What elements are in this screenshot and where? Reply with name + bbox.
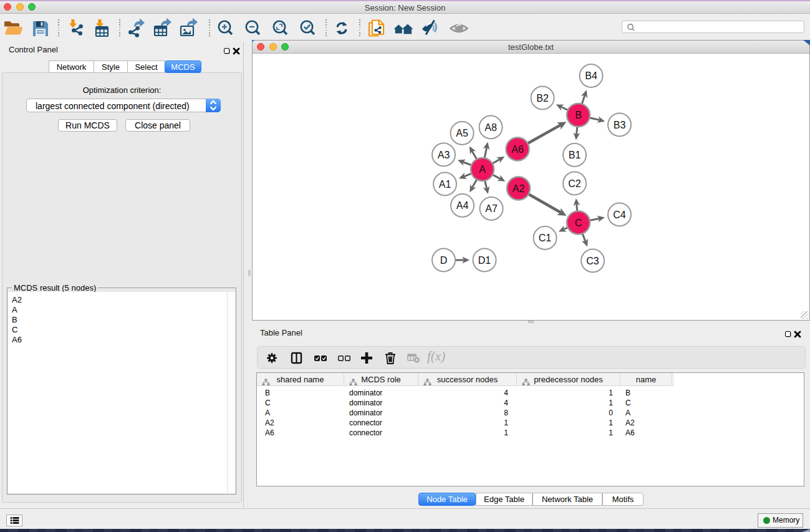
svg-text:A5: A5: [456, 128, 468, 138]
svg-text:A: A: [479, 164, 486, 175]
svg-text:A4: A4: [456, 200, 469, 211]
svg-text:B4: B4: [585, 70, 597, 81]
svg-text:A6: A6: [511, 144, 524, 155]
svg-text:B2: B2: [536, 93, 549, 104]
svg-text:D: D: [440, 255, 448, 266]
svg-text:A2: A2: [513, 183, 525, 194]
svg-text:A3: A3: [438, 150, 450, 160]
svg-text:A8: A8: [485, 122, 497, 133]
svg-text:C: C: [575, 218, 582, 228]
svg-text:C2: C2: [568, 178, 581, 189]
svg-text:C1: C1: [539, 233, 552, 243]
svg-text:B1: B1: [569, 150, 581, 160]
svg-text:D1: D1: [478, 255, 491, 266]
svg-text:A1: A1: [439, 179, 451, 190]
svg-text:C4: C4: [613, 210, 626, 220]
svg-text:A7: A7: [485, 203, 498, 214]
svg-text:C3: C3: [586, 256, 599, 266]
svg-text:B: B: [575, 110, 582, 120]
svg-text:B3: B3: [614, 120, 626, 130]
